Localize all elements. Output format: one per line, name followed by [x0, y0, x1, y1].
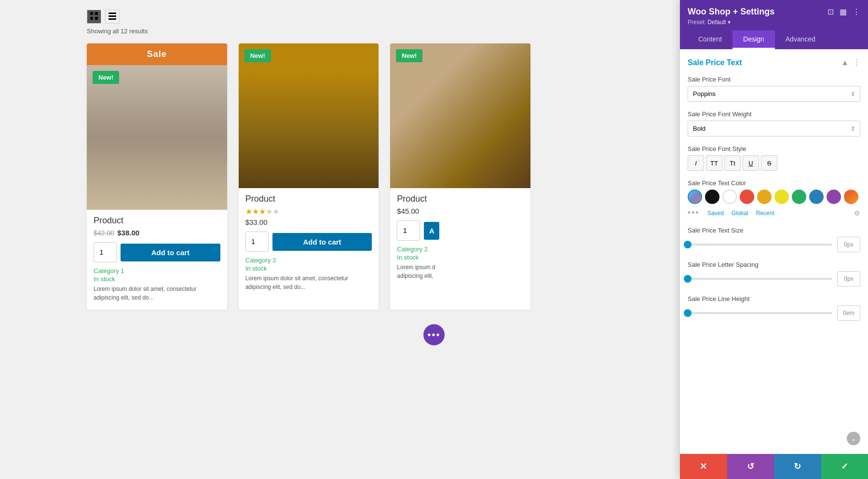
new-badge-2: New!	[244, 49, 271, 62]
product-info-1: Product $42.00 $38.00	[87, 210, 227, 237]
font-select[interactable]: Poppins Roboto Open Sans Lato	[688, 86, 860, 102]
pagination-dots: •••	[427, 329, 440, 341]
style-underline[interactable]: U	[743, 155, 759, 171]
spacing-slider-thumb[interactable]	[684, 275, 692, 283]
color-actions: ••• Saved Global Recent ⚙	[688, 208, 860, 218]
spacing-slider-track[interactable]	[688, 278, 832, 280]
layout-icon[interactable]: ▦	[840, 7, 847, 16]
size-slider-track[interactable]	[688, 244, 832, 246]
add-to-cart-button-1[interactable]: Add to cart	[121, 244, 220, 261]
add-to-cart-button-3-partial[interactable]: A	[424, 222, 439, 240]
spacing-slider-row: 0px	[688, 271, 860, 287]
product-image-3: New!	[390, 43, 530, 188]
svg-rect-0	[90, 12, 93, 15]
color-recent[interactable]: Recent	[756, 210, 774, 217]
add-to-cart-button-2[interactable]: Add to cart	[272, 233, 372, 251]
color-gradient[interactable]	[844, 190, 858, 204]
product-card-3: New! Product $45.00 A Category 2 In stoc…	[390, 43, 530, 310]
spacing-value[interactable]: 0px	[837, 271, 860, 287]
in-stock-1: In stock	[94, 275, 220, 283]
size-slider-thumb[interactable]	[684, 241, 692, 248]
qty-input-3[interactable]	[397, 220, 420, 241]
color-global[interactable]: Global	[732, 210, 748, 217]
pagination-button[interactable]: •••	[423, 324, 445, 345]
in-stock-2: In stock	[245, 265, 372, 272]
product-desc-2: Lorem ipsum dolor sit amet, consectetur …	[245, 274, 372, 291]
grid-view-button[interactable]	[87, 10, 101, 24]
tab-design[interactable]: Design	[732, 30, 775, 49]
weight-label: Sale Price Font Weight	[688, 110, 860, 118]
product-stars-2: ★★★★★	[245, 207, 372, 216]
settings-panel: Woo Shop + Settings ⊡ ▦ ⋮ Preset: Defaul…	[680, 0, 868, 479]
style-label: Sale Price Font Style	[688, 145, 860, 152]
cancel-button[interactable]: ✕	[680, 454, 727, 479]
product-desc-1: Lorem ipsum dolor sit amet, consectetur …	[94, 285, 220, 302]
color-yellow[interactable]	[774, 190, 789, 204]
line-height-slider-thumb[interactable]	[684, 309, 692, 317]
product-name-1: Product	[94, 216, 220, 226]
collapse-icon[interactable]: ▲	[841, 58, 849, 67]
style-strikethrough[interactable]: S	[761, 155, 777, 171]
color-picker-swatch[interactable]	[688, 190, 702, 204]
list-view-button[interactable]	[105, 10, 120, 24]
color-more-dots[interactable]: •••	[688, 208, 700, 218]
panel-footer: ✕ ↺ ↻ ✓	[680, 454, 868, 479]
color-label: Sale Price Text Color	[688, 179, 860, 187]
color-green[interactable]	[792, 190, 806, 204]
add-to-cart-wrap-3: A	[397, 220, 524, 241]
add-to-cart-wrap-1: Add to cart	[94, 242, 220, 262]
qty-input-1[interactable]	[94, 242, 117, 262]
expand-icon[interactable]: ⊡	[827, 7, 834, 16]
sale-banner: Sale	[87, 43, 227, 65]
color-white[interactable]	[722, 190, 737, 204]
product-name-2: Product	[245, 194, 372, 204]
redo-button[interactable]: ↻	[774, 454, 821, 479]
panel-tabs: Content Design Advanced	[688, 30, 860, 49]
section-more-icon[interactable]: ⋮	[853, 58, 860, 67]
color-swatches	[688, 190, 860, 204]
line-height-value[interactable]: 0em	[837, 305, 860, 321]
size-value[interactable]: 0px	[837, 237, 860, 252]
product-category-3[interactable]: Category 2	[397, 246, 524, 253]
color-settings-icon[interactable]: ⚙	[854, 209, 860, 217]
style-uppercase[interactable]: TT	[706, 155, 722, 171]
font-style-row: I TT Tt U S	[688, 155, 860, 171]
color-orange[interactable]	[757, 190, 772, 204]
scroll-down-arrow[interactable]: ⌄	[847, 432, 860, 445]
color-blue[interactable]	[809, 190, 824, 204]
undo-button[interactable]: ↺	[727, 454, 774, 479]
products-grid: Sale New! Product $42.00 $38.00 Add to c…	[87, 43, 530, 310]
price-single-2: $33.00	[245, 218, 268, 226]
tab-content[interactable]: Content	[688, 30, 732, 49]
style-field: Sale Price Font Style I TT Tt U S	[688, 145, 860, 171]
confirm-button[interactable]: ✓	[821, 454, 868, 479]
section-header: Sale Price Text ▲ ⋮	[688, 58, 860, 67]
tab-advanced[interactable]: Advanced	[775, 30, 826, 49]
more-icon[interactable]: ⋮	[853, 7, 860, 16]
section-header-icons: ▲ ⋮	[841, 58, 860, 67]
in-stock-3: In stock	[397, 254, 524, 261]
product-info-2: Product ★★★★★ $33.00	[239, 188, 379, 227]
color-red[interactable]	[740, 190, 754, 204]
svg-rect-4	[108, 13, 116, 14]
color-saved[interactable]: Saved	[707, 210, 724, 217]
color-purple[interactable]	[827, 190, 841, 204]
style-capitalize[interactable]: Tt	[724, 155, 741, 171]
size-slider-row: 0px	[688, 237, 860, 252]
qty-input-2[interactable]	[245, 232, 269, 252]
preset-value: Default	[707, 19, 726, 26]
line-height-slider-track[interactable]	[688, 312, 832, 314]
panel-preset[interactable]: Preset: Default ▾	[688, 19, 860, 26]
panel-title: Woo Shop + Settings	[688, 7, 774, 17]
color-black[interactable]	[705, 190, 719, 204]
style-italic[interactable]: I	[688, 155, 704, 171]
new-badge-1: New!	[93, 71, 119, 84]
svg-rect-3	[95, 17, 98, 20]
size-field: Sale Price Text Size 0px	[688, 227, 860, 252]
spacing-label: Sale Price Letter Spacing	[688, 261, 860, 268]
weight-select[interactable]: Bold Normal Bolder Lighter	[688, 121, 860, 137]
product-category-2[interactable]: Category 3	[245, 257, 372, 264]
product-card-2: New! Product ★★★★★ $33.00 Add to cart Ca…	[239, 43, 379, 310]
font-select-wrap: Poppins Roboto Open Sans Lato ⇕	[688, 86, 860, 102]
product-category-1[interactable]: Category 1	[94, 267, 220, 274]
